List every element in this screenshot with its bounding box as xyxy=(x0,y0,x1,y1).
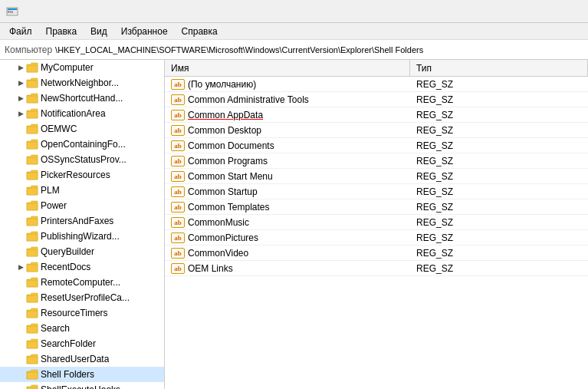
svg-rect-12 xyxy=(27,203,38,210)
menu-item-избранное[interactable]: Избранное xyxy=(115,25,174,38)
tree-expand-icon[interactable] xyxy=(15,292,26,303)
menu-item-вид[interactable]: Вид xyxy=(84,25,113,38)
svg-rect-11 xyxy=(27,188,38,195)
menu-item-правка[interactable]: Правка xyxy=(40,25,84,38)
tree-expand-icon[interactable]: ▶ xyxy=(15,77,26,88)
tree-item[interactable]: ShellExecuteHooks... xyxy=(0,382,164,389)
tree-item[interactable]: ▶ NewShortcutHand... xyxy=(0,91,164,106)
tree-item[interactable]: RemoteComputer... xyxy=(0,275,164,290)
tree-expand-icon[interactable]: ▶ xyxy=(15,62,26,73)
tree-item[interactable]: ResourceTimers xyxy=(0,305,164,321)
folder-icon xyxy=(26,231,38,242)
tree-expand-icon[interactable] xyxy=(15,154,26,165)
menu-item-файл[interactable]: Файл xyxy=(3,25,38,38)
folder-icon xyxy=(26,369,38,380)
tree-item[interactable]: ▶ MyComputer xyxy=(0,60,164,75)
table-row[interactable]: abCommon Start MenuREG_SZ xyxy=(165,169,588,184)
table-row[interactable]: abCommonMusicREG_SZ xyxy=(165,215,588,230)
tree-pane[interactable]: ▶ MyComputer▶ NetworkNeighbor...▶ NewSho… xyxy=(0,60,165,389)
folder-icon xyxy=(26,246,38,257)
tree-item[interactable]: ▶ RecentDocs xyxy=(0,259,164,275)
tree-item[interactable]: OEMWC xyxy=(0,121,164,137)
table-row[interactable]: abCommonVideoREG_SZ xyxy=(165,246,588,261)
ab-icon: ab xyxy=(171,110,185,120)
tree-item[interactable]: Power xyxy=(0,198,164,213)
tree-item[interactable]: Shell Folders xyxy=(0,367,164,382)
tree-item[interactable]: ▶ NotificationArea xyxy=(0,106,164,121)
table-row[interactable]: abCommonPicturesREG_SZ xyxy=(165,230,588,246)
reg-type-cell: REG_SZ xyxy=(410,186,588,197)
reg-name-cell: abCommon Documents xyxy=(165,140,410,151)
tree-item[interactable]: OpenContainingFo... xyxy=(0,137,164,152)
table-row[interactable]: abCommon DesktopREG_SZ xyxy=(165,123,588,138)
table-row[interactable]: abCommon Administrative ToolsREG_SZ xyxy=(165,92,588,107)
tree-expand-icon[interactable] xyxy=(15,124,26,134)
tree-expand-icon[interactable] xyxy=(15,384,26,389)
main-content: ▶ MyComputer▶ NetworkNeighbor...▶ NewSho… xyxy=(0,60,588,389)
tree-expand-icon[interactable] xyxy=(15,231,26,242)
tree-expand-icon[interactable] xyxy=(15,170,26,180)
ab-icon: ab xyxy=(171,125,185,136)
tree-expand-icon[interactable] xyxy=(15,338,26,349)
folder-icon xyxy=(26,124,38,134)
address-bar: Компьютер \HKEY_LOCAL_MACHINE\SOFTWARE\M… xyxy=(0,40,588,60)
tree-expand-icon[interactable] xyxy=(15,139,26,150)
tree-expand-icon[interactable] xyxy=(15,185,26,196)
folder-icon xyxy=(26,369,38,380)
tree-expand-icon[interactable] xyxy=(15,200,26,211)
folder-icon xyxy=(26,231,38,242)
tree-expand-icon[interactable] xyxy=(15,246,26,257)
tree-expand-icon[interactable] xyxy=(15,308,26,318)
menu-item-справка[interactable]: Справка xyxy=(176,25,224,38)
tree-expand-icon[interactable] xyxy=(15,354,26,364)
svg-rect-19 xyxy=(27,311,38,318)
ab-icon: ab xyxy=(171,232,185,243)
column-header-type: Тип xyxy=(410,60,588,76)
folder-icon xyxy=(26,216,38,226)
table-row[interactable]: abCommon TemplatesREG_SZ xyxy=(165,199,588,215)
ab-icon: ab xyxy=(171,248,185,259)
table-row[interactable]: abCommon ProgramsREG_SZ xyxy=(165,153,588,169)
table-row[interactable]: abOEM LinksREG_SZ xyxy=(165,261,588,276)
tree-item[interactable]: PublishingWizard... xyxy=(0,229,164,244)
table-row[interactable]: abCommon DocumentsREG_SZ xyxy=(165,138,588,153)
reg-name-cell: abCommon AppData xyxy=(165,110,410,120)
tree-expand-icon[interactable] xyxy=(15,323,26,334)
tree-expand-icon[interactable] xyxy=(15,369,26,380)
svg-rect-16 xyxy=(27,265,38,272)
folder-icon xyxy=(26,262,38,272)
tree-item[interactable]: ResetUserProfileCa... xyxy=(0,290,164,305)
tree-item[interactable]: SharedUserData xyxy=(0,351,164,367)
tree-item[interactable]: Search xyxy=(0,321,164,336)
svg-rect-22 xyxy=(27,357,38,364)
reg-name-cell: abOEM Links xyxy=(165,263,410,274)
tree-item[interactable]: OSSyncStatusProv... xyxy=(0,152,164,167)
tree-item-label: QueryBuilder xyxy=(41,246,94,257)
svg-rect-3 xyxy=(27,65,38,72)
table-row[interactable]: ab(По умолчанию)REG_SZ xyxy=(165,77,588,92)
ab-icon: ab xyxy=(171,140,185,151)
tree-expand-icon[interactable] xyxy=(15,216,26,226)
tree-item-label: ResourceTimers xyxy=(41,308,108,318)
tree-expand-icon[interactable] xyxy=(15,277,26,288)
tree-item-label: Power xyxy=(41,200,67,211)
reg-type-cell: REG_SZ xyxy=(410,94,588,105)
tree-item[interactable]: ▶ NetworkNeighbor... xyxy=(0,75,164,91)
reg-name-text: Common Administrative Tools xyxy=(188,94,309,105)
tree-item-label: SearchFolder xyxy=(41,338,96,349)
tree-expand-icon[interactable]: ▶ xyxy=(15,262,26,272)
table-row[interactable]: abCommon StartupREG_SZ xyxy=(165,184,588,199)
right-pane[interactable]: Имя Тип ab(По умолчанию)REG_SZabCommon A… xyxy=(165,60,588,389)
tree-item[interactable]: PLM xyxy=(0,183,164,198)
tree-item[interactable]: QueryBuilder xyxy=(0,244,164,259)
reg-name-text: Common Documents xyxy=(188,140,274,151)
tree-item[interactable]: SearchFolder xyxy=(0,336,164,351)
tree-item[interactable]: PrintersAndFaxes xyxy=(0,213,164,229)
table-row[interactable]: abCommon AppDataREG_SZ xyxy=(165,107,588,123)
svg-rect-17 xyxy=(27,280,38,287)
folder-icon xyxy=(26,384,38,389)
tree-item[interactable]: PickerResources xyxy=(0,167,164,183)
tree-expand-icon[interactable]: ▶ xyxy=(15,108,26,119)
svg-rect-23 xyxy=(27,372,38,379)
tree-expand-icon[interactable]: ▶ xyxy=(15,93,26,104)
